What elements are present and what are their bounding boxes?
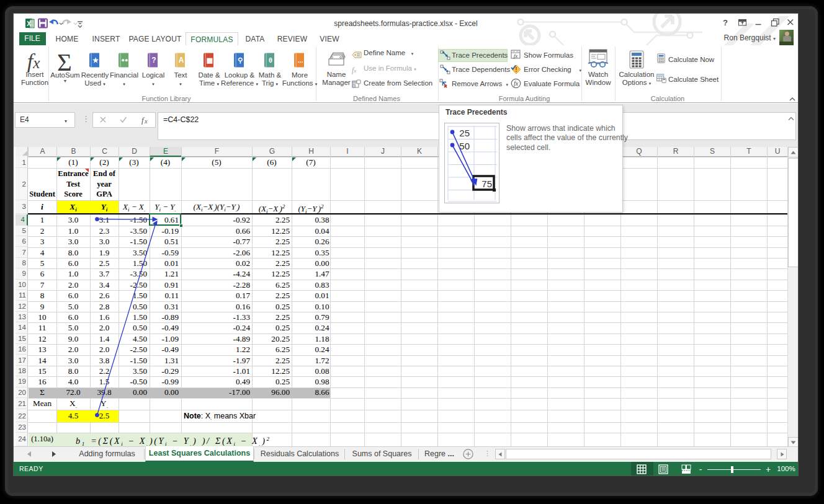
svg-text:75: 75 bbox=[481, 179, 492, 189]
svg-text:25: 25 bbox=[459, 128, 470, 138]
